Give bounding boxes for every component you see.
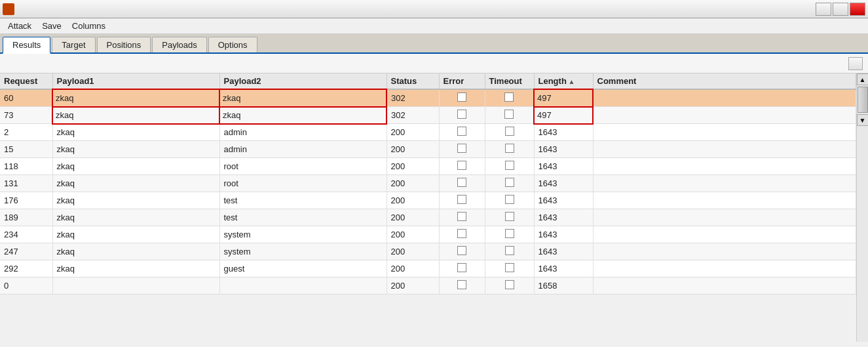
cell-payload1: zkaq bbox=[52, 175, 219, 192]
title-bar-left bbox=[3, 3, 18, 15]
table-row[interactable]: 176zkaqtest2001643 bbox=[0, 192, 856, 209]
timeout-checkbox[interactable] bbox=[504, 92, 514, 102]
cell-comment bbox=[593, 209, 856, 226]
cell-payload2: system bbox=[219, 226, 387, 243]
cell-payload2: zkaq bbox=[219, 89, 387, 107]
minimize-button[interactable] bbox=[816, 3, 831, 16]
table-container: Request Payload1 Payload2 Status Error T… bbox=[0, 73, 868, 342]
error-checkbox[interactable] bbox=[457, 212, 466, 221]
scroll-thumb[interactable] bbox=[858, 87, 868, 113]
menu-columns[interactable]: Columns bbox=[67, 20, 111, 32]
timeout-checkbox[interactable] bbox=[505, 229, 514, 238]
cell-comment bbox=[593, 89, 856, 107]
cell-error bbox=[439, 107, 485, 124]
timeout-checkbox[interactable] bbox=[505, 195, 514, 204]
cell-timeout bbox=[485, 175, 534, 192]
table-row[interactable]: 189zkaqtest2001643 bbox=[0, 209, 856, 226]
table-row[interactable]: 2zkaqadmin2001643 bbox=[0, 124, 856, 141]
table-header-row: Request Payload1 Payload2 Status Error T… bbox=[0, 73, 856, 89]
scroll-up-arrow[interactable]: ▲ bbox=[857, 73, 869, 85]
cell-payload1: zkaq bbox=[52, 141, 219, 158]
cell-status: 200 bbox=[387, 141, 439, 158]
cell-length: 1643 bbox=[534, 226, 593, 243]
error-checkbox[interactable] bbox=[457, 280, 466, 289]
table-scroll[interactable]: Request Payload1 Payload2 Status Error T… bbox=[0, 73, 856, 342]
error-checkbox[interactable] bbox=[457, 263, 466, 272]
cell-comment bbox=[593, 175, 856, 192]
menu-save[interactable]: Save bbox=[37, 20, 67, 32]
tab-options[interactable]: Options bbox=[208, 37, 257, 52]
cell-status: 200 bbox=[387, 209, 439, 226]
table-row[interactable]: 292zkaqguest2001643 bbox=[0, 260, 856, 277]
timeout-checkbox[interactable] bbox=[505, 280, 514, 289]
tab-positions[interactable]: Positions bbox=[97, 37, 151, 52]
cell-length: 1643 bbox=[534, 260, 593, 277]
cell-status: 200 bbox=[387, 175, 439, 192]
col-header-payload2[interactable]: Payload2 bbox=[219, 73, 387, 89]
table-row[interactable]: 15zkaqadmin2001643 bbox=[0, 141, 856, 158]
cell-error bbox=[439, 209, 485, 226]
cell-error bbox=[439, 192, 485, 209]
cell-length: 1658 bbox=[534, 277, 593, 295]
col-header-length[interactable]: Length bbox=[534, 73, 593, 89]
timeout-checkbox[interactable] bbox=[505, 144, 514, 153]
cell-length: 1643 bbox=[534, 243, 593, 260]
col-header-timeout[interactable]: Timeout bbox=[485, 73, 534, 89]
cell-error bbox=[439, 277, 485, 295]
tab-payloads[interactable]: Payloads bbox=[152, 37, 206, 52]
error-checkbox[interactable] bbox=[457, 195, 466, 204]
tab-results[interactable]: Results bbox=[3, 37, 50, 54]
results-table: Request Payload1 Payload2 Status Error T… bbox=[0, 73, 856, 295]
cell-request: 234 bbox=[0, 226, 52, 243]
cell-status: 200 bbox=[387, 158, 439, 175]
col-header-error[interactable]: Error bbox=[439, 73, 485, 89]
col-header-comment[interactable]: Comment bbox=[593, 73, 856, 89]
timeout-checkbox[interactable] bbox=[504, 110, 514, 119]
error-checkbox[interactable] bbox=[457, 110, 466, 119]
timeout-checkbox[interactable] bbox=[505, 127, 514, 136]
error-checkbox[interactable] bbox=[457, 92, 466, 102]
timeout-checkbox[interactable] bbox=[505, 178, 514, 187]
error-checkbox[interactable] bbox=[457, 144, 466, 153]
cell-comment bbox=[593, 107, 856, 124]
timeout-checkbox[interactable] bbox=[505, 263, 514, 272]
cell-comment bbox=[593, 124, 856, 141]
cell-length: 1643 bbox=[534, 141, 593, 158]
help-button[interactable] bbox=[848, 57, 863, 70]
col-header-status[interactable]: Status bbox=[387, 73, 439, 89]
cell-timeout bbox=[485, 192, 534, 209]
cell-status: 200 bbox=[387, 277, 439, 295]
error-checkbox[interactable] bbox=[457, 229, 466, 238]
timeout-checkbox[interactable] bbox=[505, 161, 514, 170]
col-header-request[interactable]: Request bbox=[0, 73, 52, 89]
table-row[interactable]: 60zkaqzkaq302497 bbox=[0, 89, 856, 107]
timeout-checkbox[interactable] bbox=[505, 212, 514, 221]
table-row[interactable]: 73zkaqzkaq302497 bbox=[0, 107, 856, 124]
scrollbar[interactable]: ▲ ▼ bbox=[856, 73, 868, 342]
col-header-payload1[interactable]: Payload1 bbox=[52, 73, 219, 89]
cell-payload1: zkaq bbox=[52, 226, 219, 243]
restore-button[interactable] bbox=[833, 3, 848, 16]
menu-attack[interactable]: Attack bbox=[3, 20, 37, 32]
error-checkbox[interactable] bbox=[457, 246, 466, 255]
tab-target[interactable]: Target bbox=[52, 37, 95, 52]
table-row[interactable]: 118zkaqroot2001643 bbox=[0, 158, 856, 175]
table-row[interactable]: 247zkaqsystem2001643 bbox=[0, 243, 856, 260]
error-checkbox[interactable] bbox=[457, 127, 466, 136]
cell-length: 497 bbox=[534, 89, 593, 107]
table-row[interactable]: 131zkaqroot2001643 bbox=[0, 175, 856, 192]
cell-payload1: zkaq bbox=[52, 107, 219, 124]
title-bar bbox=[0, 0, 868, 18]
cell-request: 2 bbox=[0, 124, 52, 141]
filter-bar bbox=[0, 54, 868, 73]
cell-status: 200 bbox=[387, 124, 439, 141]
table-row[interactable]: 234zkaqsystem2001643 bbox=[0, 226, 856, 243]
table-row[interactable]: 02001658 bbox=[0, 277, 856, 295]
error-checkbox[interactable] bbox=[457, 161, 466, 170]
timeout-checkbox[interactable] bbox=[505, 246, 514, 255]
scroll-down-arrow[interactable]: ▼ bbox=[857, 114, 869, 126]
error-checkbox[interactable] bbox=[457, 178, 466, 187]
cell-timeout bbox=[485, 277, 534, 295]
cell-payload2: admin bbox=[219, 124, 387, 141]
close-button[interactable] bbox=[850, 3, 865, 16]
